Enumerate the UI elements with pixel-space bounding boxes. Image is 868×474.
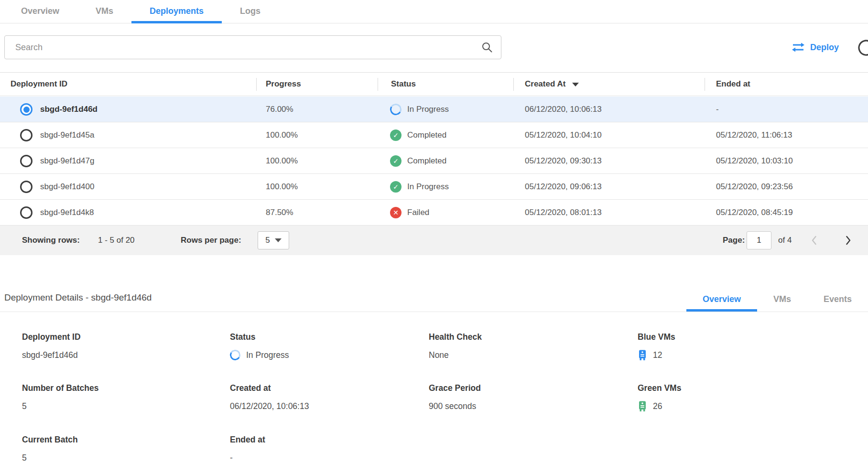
column-header-created-at-label: Created At xyxy=(525,79,565,88)
table-row[interactable]: sbgd-9ef1d4k8 87.50% ✕ Failed 05/12/2020… xyxy=(0,200,868,226)
check-circle-icon: ✓ xyxy=(390,181,401,193)
server-icon-green xyxy=(638,401,647,412)
details-tab-overview[interactable]: Overview xyxy=(686,289,757,312)
details-section-title: Deployment Details - sbgd-9ef1d46d xyxy=(4,292,152,303)
page-label: Page: xyxy=(723,226,745,255)
details-tab-vms[interactable]: VMs xyxy=(757,289,807,312)
ended-at-cell: - xyxy=(716,97,719,122)
field-health-check: Health Check None xyxy=(429,332,482,361)
rows-per-page-label: Rows per page: xyxy=(181,226,241,255)
rows-per-page-value: 5 xyxy=(265,236,270,245)
deploy-button[interactable]: Deploy xyxy=(792,42,839,53)
field-green-vms: Green VMs 26 xyxy=(638,383,681,412)
table-row[interactable]: sbgd-9ef1d45a 100.00% ✓ Completed 05/12/… xyxy=(0,122,868,148)
column-header-deployment-id: Deployment ID xyxy=(11,73,67,96)
field-ended-at: Ended at - xyxy=(230,435,265,463)
ended-at-cell: 05/12/2020, 08:45:19 xyxy=(716,200,793,225)
progress-cell: 76.00% xyxy=(266,97,293,122)
page-number-input[interactable] xyxy=(747,231,771,249)
radio-button[interactable] xyxy=(20,129,33,141)
field-label: Ended at xyxy=(230,435,265,445)
rows-per-page-select[interactable]: 5 xyxy=(258,231,289,249)
field-deployment-id: Deployment ID sbgd-9ef1d46d xyxy=(22,332,81,361)
tab-logs[interactable]: Logs xyxy=(222,0,279,23)
field-label: Current Batch xyxy=(22,435,78,445)
details-tab-events[interactable]: Events xyxy=(807,289,868,312)
column-divider xyxy=(705,78,705,91)
table-row[interactable]: sbgd-9ef1d400 100.00% ✓ In Progress 05/1… xyxy=(0,174,868,200)
field-value: None xyxy=(429,349,482,361)
column-header-created-at[interactable]: Created At xyxy=(525,73,579,96)
column-divider xyxy=(513,78,514,91)
field-label: Grace Period xyxy=(429,383,481,393)
column-header-progress: Progress xyxy=(266,73,301,96)
field-value: 900 seconds xyxy=(429,400,481,412)
ended-at-cell: 05/12/2020, 09:23:56 xyxy=(716,174,793,199)
server-icon-blue xyxy=(638,350,647,361)
field-current-batch: Current Batch 5 xyxy=(22,435,78,463)
column-divider xyxy=(256,78,257,91)
in-progress-spinner-icon xyxy=(389,102,402,116)
field-grace-period: Grace Period 900 seconds xyxy=(429,383,481,412)
created-at-cell: 05/12/2020, 10:04:10 xyxy=(525,122,602,148)
caret-down-icon xyxy=(275,238,282,242)
field-label: Created at xyxy=(230,383,309,393)
progress-cell: 100.00% xyxy=(266,148,298,173)
field-label: Number of Batches xyxy=(22,383,98,393)
status-cell: Failed xyxy=(407,200,429,225)
search-input[interactable] xyxy=(4,35,501,59)
field-label: Blue VMs xyxy=(638,332,675,342)
field-label: Green VMs xyxy=(638,383,681,393)
progress-cell: 100.00% xyxy=(266,174,298,199)
field-value: 26 xyxy=(653,401,662,411)
ended-at-cell: 05/12/2020, 10:03:10 xyxy=(716,148,793,173)
field-label: Deployment ID xyxy=(22,332,81,342)
field-value: 06/12/2020, 10:06:13 xyxy=(230,400,309,412)
details-tab-bar: Overview VMs Events xyxy=(686,289,868,312)
tab-vms[interactable]: VMs xyxy=(77,0,131,23)
deployment-id-cell: sbgd-9ef1d400 xyxy=(40,174,94,199)
showing-rows-label: Showing rows: xyxy=(22,226,80,255)
radio-button-selected[interactable] xyxy=(20,103,33,116)
deployment-id-cell: sbgd-9ef1d45a xyxy=(40,122,94,148)
field-status: Status In Progress xyxy=(230,332,289,361)
chevron-right-icon[interactable] xyxy=(842,235,854,246)
deployment-id-cell: sbgd-9ef1d4k8 xyxy=(40,200,94,225)
field-value: 5 xyxy=(22,452,78,463)
created-at-cell: 06/12/2020, 10:06:13 xyxy=(525,97,602,122)
progress-cell: 87.50% xyxy=(266,200,293,225)
tab-overview[interactable]: Overview xyxy=(3,0,77,23)
details-divider xyxy=(0,312,868,312)
table-row[interactable]: sbgd-9ef1d46d 76.00% In Progress 06/12/2… xyxy=(0,97,868,122)
deployments-page: Overview VMs Deployments Logs Deploy Dep… xyxy=(0,0,868,474)
status-cell: In Progress xyxy=(407,97,449,122)
radio-button[interactable] xyxy=(20,181,33,193)
column-header-ended-at: Ended at xyxy=(716,73,750,96)
created-at-cell: 05/12/2020, 09:30:13 xyxy=(525,148,602,173)
showing-rows-value: 1 - 5 of 20 xyxy=(98,226,135,255)
deployment-id-cell: sbgd-9ef1d46d xyxy=(40,97,98,122)
progress-cell: 100.00% xyxy=(266,122,298,148)
page-total: of 4 xyxy=(778,226,792,255)
created-at-cell: 05/12/2020, 08:01:13 xyxy=(525,200,602,225)
radio-button[interactable] xyxy=(20,206,33,219)
chevron-left-icon[interactable] xyxy=(809,235,820,246)
refresh-icon[interactable] xyxy=(857,38,868,57)
status-cell: Completed xyxy=(407,148,446,173)
ended-at-cell: 05/12/2020, 11:06:13 xyxy=(716,122,792,148)
field-value: - xyxy=(230,452,265,463)
deploy-button-label: Deploy xyxy=(810,43,839,53)
table-row[interactable]: sbgd-9ef1d47g 100.00% ✓ Completed 05/12/… xyxy=(0,148,868,174)
deployment-id-cell: sbgd-9ef1d47g xyxy=(40,148,94,173)
check-circle-icon: ✓ xyxy=(390,129,401,141)
tab-deployments[interactable]: Deployments xyxy=(131,0,222,23)
field-created-at: Created at 06/12/2020, 10:06:13 xyxy=(230,383,309,412)
search-bar xyxy=(4,35,501,59)
deploy-swap-arrows-icon xyxy=(792,42,805,53)
radio-button[interactable] xyxy=(20,155,33,167)
search-icon xyxy=(481,42,493,53)
field-label: Status xyxy=(230,332,289,342)
table-header: Deployment ID Progress Status Created At… xyxy=(0,72,868,96)
column-divider xyxy=(378,78,378,91)
x-circle-icon: ✕ xyxy=(390,207,401,218)
